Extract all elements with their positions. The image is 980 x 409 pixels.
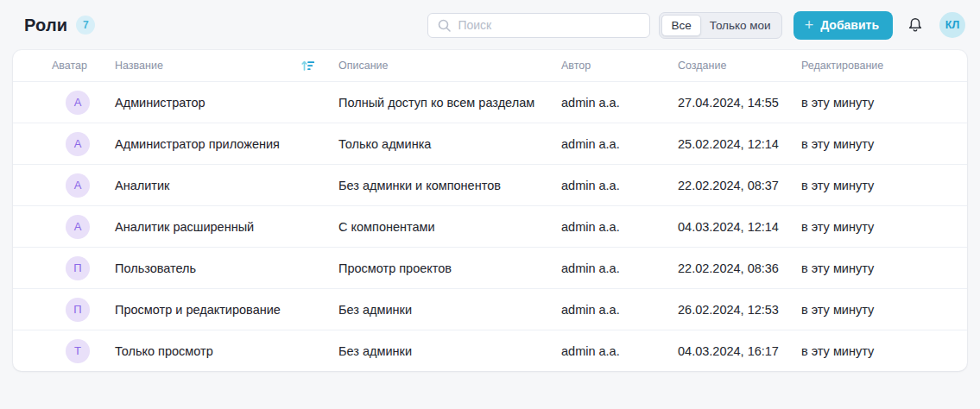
table-row[interactable]: П Пользователь Просмотр проектов admin a… [13, 247, 967, 288]
column-header-avatar: Аватар [52, 60, 115, 72]
roles-table: Аватар Название Описание Автор Создание … [13, 50, 967, 371]
role-name: Просмотр и редактирование [115, 303, 338, 317]
column-header-author: Автор [561, 60, 678, 72]
role-author: admin a.a. [561, 220, 678, 234]
table-body: А Администратор Полный доступ ко всем ра… [13, 81, 967, 371]
role-edited: в эту минуту [801, 220, 950, 234]
role-edited: в эту минуту [801, 261, 950, 275]
ownership-filter: Все Только мои [659, 12, 781, 39]
role-description: С компонентами [338, 220, 561, 234]
role-description: Полный доступ ко всем разделам [338, 96, 561, 110]
role-author: admin a.a. [561, 344, 678, 358]
search-input[interactable] [458, 18, 641, 32]
avatar-cell: А [52, 132, 115, 156]
sort-ascending-icon[interactable] [298, 56, 317, 75]
role-author: admin a.a. [561, 96, 678, 110]
role-description: Без админки и компонентов [338, 179, 561, 192]
role-created: 04.03.2024, 16:17 [678, 344, 801, 358]
table-row[interactable]: Т Только просмотр Без админки admin a.a.… [13, 330, 967, 371]
avatar-cell: А [52, 91, 115, 115]
avatar-cell: П [52, 256, 115, 280]
avatar-cell: П [52, 298, 115, 322]
role-name: Аналитик расширенный [115, 220, 338, 234]
column-header-name-label: Название [115, 60, 163, 72]
avatar-cell: Т [52, 339, 115, 363]
role-created: 22.02.2024, 08:37 [678, 179, 801, 192]
avatar-cell: А [52, 215, 115, 239]
add-button-label: Добавить [820, 18, 879, 32]
table-row[interactable]: А Аналитик Без админки и компонентов adm… [13, 164, 967, 205]
search-box[interactable] [427, 13, 650, 38]
role-name: Администратор [115, 96, 338, 110]
role-description: Без админки [338, 303, 561, 317]
column-header-description: Описание [338, 60, 561, 72]
user-avatar[interactable]: КЛ [939, 12, 965, 38]
column-header-created: Создание [678, 60, 801, 72]
role-avatar: А [66, 173, 90, 198]
role-avatar: А [66, 91, 90, 115]
table-row[interactable]: А Администратор Полный доступ ко всем ра… [13, 81, 967, 123]
role-author: admin a.a. [561, 179, 678, 192]
role-created: 04.03.2024, 12:14 [678, 220, 801, 234]
roles-count-badge: 7 [76, 16, 95, 35]
search-icon [437, 18, 452, 33]
column-header-name: Название [115, 56, 338, 75]
table-header-row: Аватар Название Описание Автор Создание … [13, 50, 967, 81]
table-row[interactable]: А Администратор приложения Только админк… [13, 123, 967, 164]
role-description: Только админка [338, 137, 561, 151]
role-author: admin a.a. [561, 303, 678, 317]
avatar-cell: А [52, 173, 115, 198]
page-title: Роли [24, 16, 67, 35]
filter-all-button[interactable]: Все [661, 15, 700, 36]
role-created: 25.02.2024, 12:14 [678, 137, 801, 151]
column-header-edited: Редактирование [801, 60, 950, 72]
role-created: 26.02.2024, 12:53 [678, 303, 801, 317]
role-author: admin a.a. [561, 137, 678, 151]
table-row[interactable]: П Просмотр и редактирование Без админки … [13, 288, 967, 330]
role-avatar: А [66, 215, 90, 239]
role-created: 27.04.2024, 14:55 [678, 96, 801, 110]
filter-mine-button[interactable]: Только мои [701, 15, 780, 36]
role-edited: в эту минуту [801, 179, 950, 192]
role-name: Пользователь [115, 261, 338, 275]
plus-icon: + [805, 17, 814, 33]
role-avatar: П [66, 298, 90, 322]
role-description: Просмотр проектов [338, 261, 561, 275]
role-avatar: А [66, 132, 90, 156]
role-name: Аналитик [115, 179, 338, 192]
role-edited: в эту минуту [801, 137, 950, 151]
top-bar: Роли 7 Все Только мои + Добавить КЛ [0, 0, 980, 50]
role-author: admin a.a. [561, 261, 678, 275]
role-edited: в эту минуту [801, 303, 950, 317]
role-avatar: Т [66, 339, 90, 363]
role-created: 22.02.2024, 08:36 [678, 261, 801, 275]
role-avatar: П [66, 256, 90, 280]
table-row[interactable]: А Аналитик расширенный С компонентами ad… [13, 205, 967, 247]
role-name: Администратор приложения [115, 137, 338, 151]
add-role-button[interactable]: + Добавить [793, 11, 893, 40]
role-description: Без админки [338, 344, 561, 358]
role-edited: в эту минуту [801, 96, 950, 110]
role-name: Только просмотр [115, 344, 338, 358]
notification-bell-icon[interactable] [906, 16, 925, 35]
title-group: Роли 7 [24, 16, 95, 35]
role-edited: в эту минуту [801, 344, 950, 358]
